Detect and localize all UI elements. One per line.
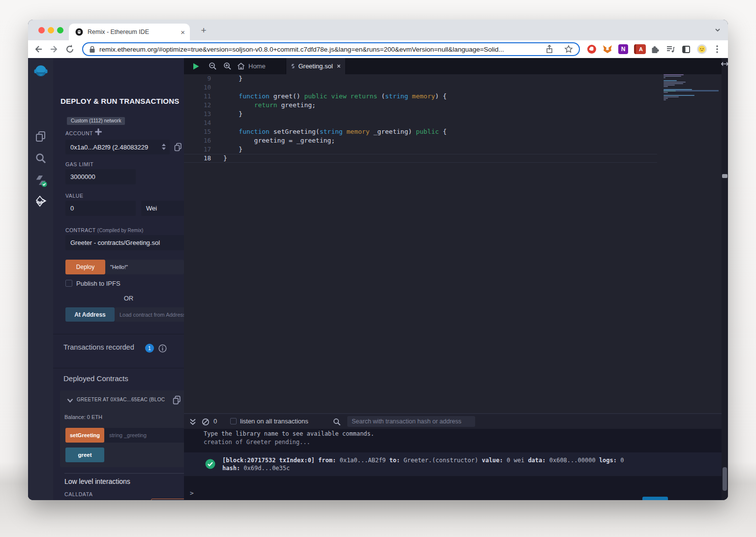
deploy-run-icon[interactable] (34, 195, 47, 208)
minimize-window-button[interactable] (48, 27, 54, 33)
transaction-log-row[interactable]: [block:20717532 txIndex:0] from: 0x1a0..… (184, 452, 722, 476)
terminal-search-icon (333, 418, 341, 426)
greet-button[interactable]: greet (65, 448, 104, 462)
or-label: OR (65, 295, 192, 302)
instance-title: GREETER AT 0X9AC...65EAC (BLOC (77, 397, 169, 402)
desktop: Remix - Ethereum IDE × + remix.ethereum.… (0, 0, 756, 537)
instance-balance: Balance: 0 ETH (64, 414, 102, 420)
panel-title: DEPLOY & RUN TRANSACTIONS (60, 97, 179, 105)
copy-instance-icon[interactable] (173, 395, 181, 405)
transactions-recorded-label: Transactions recorded (63, 343, 134, 351)
terminal-search-input[interactable]: Search with transaction hash or address (347, 416, 475, 427)
back-icon[interactable] (33, 44, 43, 54)
line-number: 9 (184, 74, 211, 83)
onenote-extension-icon[interactable]: N (618, 44, 628, 54)
deployed-contracts-title: Deployed Contracts (63, 374, 128, 383)
playlist-extension-icon[interactable] (665, 44, 675, 54)
reload-icon[interactable] (65, 44, 75, 54)
terminal-scrollbar-thumb[interactable] (723, 467, 727, 491)
set-greeting-button[interactable]: setGreeting (65, 428, 104, 443)
instance-collapse-chevron-icon[interactable] (67, 398, 73, 403)
code-editor[interactable]: 9 }1011 function greet() public view ret… (184, 74, 722, 413)
tab-search-chevron-icon[interactable] (714, 27, 721, 33)
listen-checkbox[interactable] (230, 418, 237, 424)
gas-limit-input[interactable]: 3000000 (65, 169, 136, 184)
terminal-search-placeholder: Search with transaction hash or address (352, 418, 461, 425)
lock-icon (89, 46, 95, 53)
line-number: 10 (184, 83, 211, 92)
line-number: 11 (184, 92, 211, 101)
terminal-prompt[interactable]: > (190, 489, 194, 497)
terminal-log-line: Type the library name to see available c… (204, 430, 374, 437)
metamask-extension-icon[interactable] (603, 44, 612, 54)
file-explorer-icon[interactable] (34, 130, 47, 143)
bookmark-star-icon[interactable] (564, 45, 573, 54)
clear-console-icon[interactable] (202, 418, 210, 426)
divider (64, 473, 192, 474)
editor-scrollbar-track[interactable] (722, 58, 728, 500)
search-icon[interactable] (34, 152, 47, 165)
page-scrollbar-thumb[interactable] (722, 174, 727, 178)
value-input[interactable]: 0 (65, 201, 136, 216)
forward-icon[interactable] (49, 44, 59, 54)
editor-minimap[interactable] (664, 74, 719, 101)
deploy-arg-input[interactable]: "Hello!" (105, 260, 184, 274)
home-icon (237, 62, 245, 70)
browser-menu-icon[interactable] (714, 44, 721, 54)
maximize-window-button[interactable] (57, 27, 63, 33)
copy-account-icon[interactable] (174, 143, 182, 151)
tab-title: Remix - Ethereum IDE (88, 29, 181, 35)
low-level-title: Low level interactions (64, 477, 130, 485)
publish-ipfs-checkbox[interactable] (65, 280, 72, 287)
code-line: 11 function greet() public view returns … (184, 92, 657, 101)
add-account-icon[interactable] (95, 128, 102, 135)
at-address-input[interactable]: Load contract from Address (115, 307, 192, 322)
address-bar[interactable]: remix.ethereum.org/#optimize=true&versio… (82, 42, 580, 56)
dictionary-extension-icon[interactable]: A (634, 44, 646, 54)
url-text: remix.ethereum.org/#optimize=true&versio… (99, 46, 545, 53)
account-label: ACCOUNT (65, 130, 93, 136)
zoom-in-icon[interactable] (223, 62, 232, 70)
transactions-info-icon[interactable] (158, 344, 167, 353)
debug-button[interactable]: Debug (642, 497, 668, 500)
close-window-button[interactable] (38, 27, 45, 33)
solidity-compiler-icon[interactable] (34, 174, 47, 187)
line-number: 13 (184, 110, 211, 119)
close-file-icon[interactable] (337, 63, 340, 69)
share-icon[interactable] (545, 45, 553, 54)
zoom-out-icon[interactable] (209, 62, 217, 70)
code-line: 13 } (184, 110, 657, 119)
listen-label: listen on all transactions (240, 418, 308, 425)
extensions-puzzle-icon[interactable] (650, 44, 660, 54)
adblock-extension-icon[interactable] (587, 44, 597, 54)
line-number: 16 (184, 136, 211, 145)
tab-home[interactable]: Home (237, 58, 266, 74)
icon-rail (28, 58, 54, 500)
toggle-panel-width-icon[interactable] (721, 61, 728, 67)
account-select[interactable]: 0x1a0...AB2f9 (2.48083229 (65, 140, 170, 154)
run-script-icon[interactable] (192, 62, 200, 70)
split-view-extension-icon[interactable] (681, 44, 691, 54)
at-address-button[interactable]: At Address (65, 307, 115, 322)
set-greeting-input[interactable]: string _greeting (104, 428, 184, 443)
profile-avatar[interactable] (697, 44, 707, 54)
code-line: 15 function setGreeting(string memory _g… (184, 127, 657, 136)
calldata-input[interactable] (64, 499, 151, 500)
contract-select[interactable]: Greeter - contracts/Greeting.sol (65, 235, 192, 250)
terminal-collapse-icon[interactable] (189, 418, 197, 426)
tab-close-icon[interactable]: × (181, 29, 185, 36)
browser-window: Remix - Ethereum IDE × + remix.ethereum.… (28, 20, 728, 500)
new-tab-button[interactable]: + (197, 24, 210, 37)
code-line: 9 } (184, 74, 657, 83)
tab-greeting-sol[interactable]: Greeting.sol (286, 58, 346, 74)
plugin-manager-icon[interactable] (34, 499, 47, 500)
solidity-file-icon (291, 62, 295, 70)
set-greeting-placeholder: string _greeting (109, 432, 147, 438)
browser-tab[interactable]: Remix - Ethereum IDE × (69, 24, 190, 40)
contract-label: CONTRACT (Compiled by Remix) (65, 227, 143, 233)
deploy-button[interactable]: Deploy (65, 260, 105, 274)
value-unit: Wei (146, 205, 157, 212)
code-line: 16 greeting = _greeting; (184, 136, 657, 145)
account-stepper-icon[interactable] (162, 144, 166, 150)
deploy-arg-value: "Hello!" (110, 264, 128, 270)
